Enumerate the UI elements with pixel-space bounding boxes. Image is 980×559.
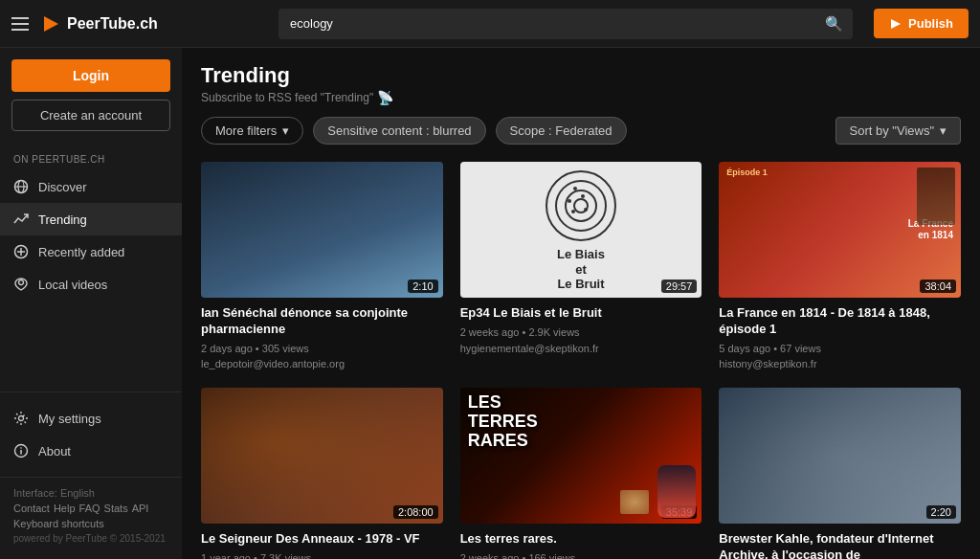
publish-icon [889, 17, 902, 31]
sidebar-item-settings[interactable]: My settings [13, 402, 168, 435]
keyboard-shortcuts[interactable]: Keyboard shortcuts [13, 518, 168, 529]
svg-point-8 [19, 280, 24, 285]
login-button[interactable]: Login [11, 59, 170, 92]
video-meta-1: 2 days ago • 305 views le_depotoir@video… [201, 341, 443, 372]
video-duration-3: 38:04 [920, 280, 956, 293]
video-meta-5: 2 weeks ago • 166 views [460, 550, 702, 559]
video-title-3: La France en 1814 - De 1814 à 1848, épis… [719, 305, 961, 338]
video-title-6: Brewster Kahle, fondateur d'Internet Arc… [719, 531, 961, 559]
video-title-4: Le Seigneur Des Anneaux - 1978 - VF [201, 531, 443, 548]
svg-point-9 [19, 416, 24, 421]
sidebar-label-recently-added: Recently added [38, 245, 124, 259]
video-duration-1: 2:10 [408, 280, 437, 293]
sidebar-label-discover: Discover [38, 180, 87, 194]
svg-marker-0 [44, 16, 58, 32]
rss-line: Subscribe to RSS feed "Trending" 📡 [201, 90, 961, 105]
svg-marker-1 [891, 19, 901, 29]
video-meta-3: 5 days ago • 67 views histony@skeptikon.… [719, 341, 961, 372]
logo-text: PeerTube.ch [67, 15, 158, 33]
sidebar-item-about[interactable]: About [13, 435, 168, 467]
video-meta-4: 1 year ago • 7.3K views [201, 550, 443, 559]
footer-faq[interactable]: FAQ [79, 503, 100, 514]
page-header: Trending Subscribe to RSS feed "Trending… [201, 63, 961, 105]
svg-point-17 [573, 187, 577, 190]
content-area: Trending Subscribe to RSS feed "Trending… [182, 48, 980, 559]
video-card-4[interactable]: 2:08:00 Le Seigneur Des Anneaux - 1978 -… [201, 388, 443, 559]
info-icon [13, 443, 29, 458]
video-card-5[interactable]: LESTERRESRARES 35:39 Les terres rares. 2… [460, 388, 702, 559]
trending-icon [13, 212, 29, 227]
video-thumb-5: LESTERRESRARES 35:39 [460, 388, 702, 524]
footer-help[interactable]: Help [54, 503, 76, 514]
video-card-3[interactable]: Épisode 1 La Franceen 1814 38:04 La Fran… [719, 162, 961, 372]
svg-point-14 [556, 181, 606, 231]
sidebar-item-discover[interactable]: Discover [0, 170, 182, 203]
sidebar-item-trending[interactable]: Trending [0, 203, 182, 235]
search-bar: 🔍 [278, 9, 853, 39]
search-input[interactable] [278, 10, 815, 37]
page-title: Trending [201, 63, 961, 88]
filters-bar: More filters ▾ Sensitive content : blurr… [201, 117, 961, 145]
sidebar-section-label: ON PEERTUBE.CH [0, 145, 182, 170]
svg-point-20 [584, 208, 588, 212]
video-meta-2: 2 weeks ago • 2.9K views hygienementale@… [460, 324, 702, 356]
more-filters-button[interactable]: More filters ▾ [201, 117, 303, 145]
video-card-2[interactable]: Le BiaisetLe Bruit 29:57 Ep34 Le Biais e… [460, 162, 702, 372]
sort-chevron-icon: ▾ [940, 123, 947, 138]
hamburger-menu[interactable] [11, 17, 29, 31]
logo: PeerTube.ch [40, 13, 158, 34]
rss-icon: 📡 [377, 90, 393, 105]
svg-point-21 [571, 210, 575, 213]
chevron-down-icon: ▾ [282, 123, 289, 138]
footer-contact[interactable]: Contact [13, 503, 50, 514]
video-title-1: Ian Sénéchal dénonce sa conjointe pharma… [201, 305, 443, 338]
sidebar-label-trending: Trending [38, 212, 87, 227]
video-thumb-3: Épisode 1 La Franceen 1814 38:04 [719, 162, 961, 298]
footer-api[interactable]: API [132, 503, 149, 514]
sidebar-auth: Login Create an account [0, 59, 182, 145]
powered-by: powered by PeerTube © 2015-2021 [13, 533, 168, 544]
svg-point-19 [568, 199, 571, 203]
sidebar: Login Create an account ON PEERTUBE.CH D… [0, 48, 182, 559]
publish-button[interactable]: Publish [874, 9, 969, 38]
video-title-2: Ep34 Le Biais et le Bruit [460, 305, 702, 322]
sensitive-content-filter[interactable]: Sensitive content : blurred [313, 117, 485, 145]
sidebar-item-local-videos[interactable]: Local videos [0, 268, 182, 301]
footer-links: Contact Help FAQ Stats API [13, 503, 168, 514]
video-thumb-2: Le BiaisetLe Bruit 29:57 [460, 162, 702, 298]
settings-icon [13, 411, 29, 426]
sort-button[interactable]: Sort by "Views" ▾ [835, 117, 961, 145]
sidebar-label-local-videos: Local videos [38, 278, 107, 292]
main-layout: Login Create an account ON PEERTUBE.CH D… [0, 48, 980, 559]
video-duration-4: 2:08:00 [393, 505, 438, 519]
sidebar-label-settings: My settings [38, 412, 101, 426]
video-grid: 2:10 Ian Sénéchal dénonce sa conjointe p… [201, 162, 961, 559]
video-thumb-1: 2:10 [201, 162, 443, 298]
sidebar-item-recently-added[interactable]: Recently added [0, 235, 182, 268]
video-duration-2: 29:57 [661, 280, 698, 293]
video-thumb-6: 2:20 [719, 388, 961, 524]
logo-icon [40, 13, 61, 34]
sidebar-bottom: My settings About [0, 391, 182, 477]
video-card-1[interactable]: 2:10 Ian Sénéchal dénonce sa conjointe p… [201, 162, 443, 372]
video-duration-6: 2:20 [926, 505, 956, 519]
plus-circle-icon [13, 244, 29, 259]
interface-label: Interface: English [13, 487, 168, 499]
globe-icon [13, 179, 29, 194]
video-card-6[interactable]: 2:20 Brewster Kahle, fondateur d'Interne… [719, 388, 961, 559]
svg-point-18 [581, 194, 585, 198]
topbar: PeerTube.ch 🔍 Publish [0, 0, 980, 48]
rss-text: Subscribe to RSS feed "Trending" [201, 91, 373, 104]
video-title-5: Les terres rares. [460, 531, 702, 548]
search-button[interactable]: 🔍 [815, 9, 853, 39]
footer-stats[interactable]: Stats [104, 503, 128, 514]
create-account-button[interactable]: Create an account [11, 100, 170, 131]
svg-point-15 [566, 190, 596, 221]
sidebar-label-about: About [38, 444, 71, 458]
video-thumb-4: 2:08:00 [201, 388, 443, 524]
svg-point-12 [20, 447, 22, 449]
location-icon [13, 277, 29, 292]
scope-filter[interactable]: Scope : Federated [496, 117, 627, 145]
sidebar-footer: Interface: English Contact Help FAQ Stat… [0, 477, 182, 548]
